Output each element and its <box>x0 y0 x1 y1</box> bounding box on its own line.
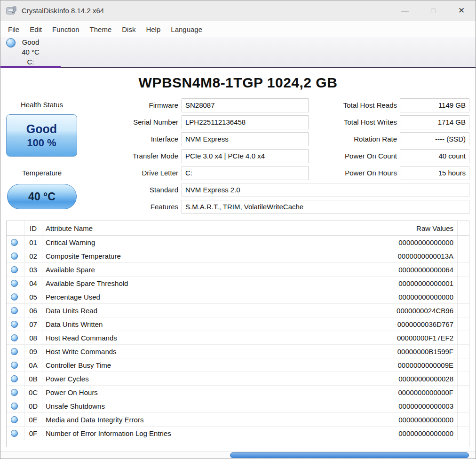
menu-item-theme[interactable]: Theme <box>85 21 117 37</box>
attr-name: Power On Hours <box>42 386 358 399</box>
attr-id: 0A <box>24 358 42 372</box>
attr-status-ok-icon <box>11 362 18 369</box>
attr-raw-value: 00000000F17EF2 <box>358 331 458 345</box>
attr-name: Controller Busy Time <box>42 358 358 372</box>
power-on-hours-field[interactable]: 15 hours <box>400 166 469 180</box>
attr-id: 05 <box>24 290 42 304</box>
attr-id: 0D <box>24 399 42 413</box>
attr-status-ok-icon <box>11 375 18 382</box>
attr-status-ok-icon <box>11 430 18 437</box>
table-row[interactable]: 08 Host Read Commands 00000000F17EF2 <box>7 331 469 345</box>
header-attribute-name: Attribute Name <box>42 221 358 236</box>
attr-name: Media and Data Integrity Errors <box>42 413 358 427</box>
stat-row-host-writes: Total Host Writes 1714 GB <box>0 115 476 129</box>
attr-status-ok-icon <box>11 348 18 355</box>
attr-status-ok-icon <box>11 403 18 410</box>
attr-name: Data Units Read <box>42 304 358 317</box>
header-status-cell <box>7 221 24 236</box>
attr-status-ok-icon <box>11 293 18 301</box>
attr-name: Available Spare <box>42 263 358 277</box>
attr-name: Available Spare Threshold <box>42 277 358 290</box>
maximize-button[interactable]: □ <box>419 0 447 21</box>
horizontal-scrollbar[interactable] <box>0 451 476 459</box>
attr-raw-value: 00000000000028 <box>358 372 458 386</box>
attr-raw-value: 00000000B1599F <box>358 345 458 358</box>
attr-status-ok-icon <box>11 253 18 260</box>
drive-tab-c[interactable]: Good 40 °C C: <box>0 37 61 67</box>
stat-row-power-on-hours: Power On Hours 15 hours <box>0 166 476 180</box>
attr-status-ok-icon <box>11 307 18 314</box>
attr-name: Host Write Commands <box>42 345 358 358</box>
table-row[interactable]: 09 Host Write Commands 00000000B1599F <box>7 345 469 358</box>
table-row[interactable]: 02 Composite Temperature 0000000000013A <box>7 249 469 263</box>
standard-label: Standard <box>0 183 178 197</box>
attr-raw-value: 00000000000000 <box>358 413 458 427</box>
stat-row-host-reads: Total Host Reads 1149 GB <box>0 98 476 112</box>
attr-raw-value: 00000000000064 <box>358 263 458 277</box>
info-row-features: Features S.M.A.R.T., TRIM, VolatileWrite… <box>0 200 476 214</box>
attr-id: 0B <box>24 372 42 386</box>
attr-id: 0E <box>24 413 42 427</box>
header-id: ID <box>24 221 42 236</box>
table-row[interactable]: 0D Unsafe Shutdowns 00000000000003 <box>7 399 469 413</box>
attr-id: 03 <box>24 263 42 277</box>
menu-item-edit[interactable]: Edit <box>24 21 47 37</box>
app-icon <box>6 6 17 16</box>
menu-item-language[interactable]: Language <box>166 21 207 37</box>
table-header-row: ID Attribute Name Raw Values <box>7 221 469 236</box>
drive-tab-temperature: 40 °C <box>0 48 61 56</box>
table-row[interactable]: 04 Available Spare Threshold 00000000000… <box>7 277 469 290</box>
title-bar: CrystalDiskInfo 8.14.2 x64 — □ ✕ <box>0 0 476 21</box>
attr-status-ok-icon <box>11 280 18 287</box>
menu-item-file[interactable]: File <box>3 21 24 37</box>
attr-status-ok-icon <box>11 389 18 396</box>
drive-model-title: WPBSN4M8-1TGP 1024,2 GB <box>0 75 476 91</box>
table-row[interactable]: 0A Controller Busy Time 0000000000009E <box>7 358 469 372</box>
rotation-rate-field[interactable]: ---- (SSD) <box>400 132 469 146</box>
attr-id: 09 <box>24 345 42 358</box>
attr-raw-value: 00000000000000 <box>358 290 458 304</box>
menu-item-function[interactable]: Function <box>47 21 85 37</box>
minimize-button[interactable]: — <box>391 0 419 21</box>
attr-name: Number of Error Information Log Entries <box>42 427 358 440</box>
table-row[interactable]: 01 Critical Warning 00000000000000 <box>7 236 469 249</box>
attr-raw-value: 0000000000013A <box>358 249 458 263</box>
attr-status-ok-icon <box>11 266 18 273</box>
header-raw-values: Raw Values <box>358 221 458 236</box>
attr-id: 02 <box>24 249 42 263</box>
power-on-count-field[interactable]: 40 count <box>400 149 469 163</box>
drive-tab-letter: C: <box>0 58 61 66</box>
table-row[interactable]: 07 Data Units Written 0000000036D767 <box>7 317 469 331</box>
features-field[interactable]: S.M.A.R.T., TRIM, VolatileWriteCache <box>182 200 469 214</box>
stat-row-power-on-count: Power On Count 40 count <box>0 149 476 163</box>
horizontal-scrollbar-thumb[interactable] <box>230 452 469 458</box>
total-host-reads-label: Total Host Reads <box>301 98 397 112</box>
attr-raw-value: 00000000000001 <box>358 277 458 290</box>
close-button[interactable]: ✕ <box>447 0 476 21</box>
table-row[interactable]: 05 Percentage Used 00000000000000 <box>7 290 469 304</box>
menu-item-help[interactable]: Help <box>141 21 166 37</box>
attr-status-ok-icon <box>11 334 18 341</box>
table-row[interactable]: 0B Power Cycles 00000000000028 <box>7 372 469 386</box>
attr-name: Host Read Commands <box>42 331 358 345</box>
total-host-writes-label: Total Host Writes <box>301 115 397 129</box>
smart-attribute-table: ID Attribute Name Raw Values 01 Critical… <box>6 221 469 447</box>
table-row[interactable]: 03 Available Spare 00000000000064 <box>7 263 469 277</box>
total-host-writes-field[interactable]: 1714 GB <box>400 115 469 129</box>
attr-id: 06 <box>24 304 42 317</box>
attr-raw-value: 0000000000009E <box>358 358 458 372</box>
app-window: CrystalDiskInfo 8.14.2 x64 — □ ✕ File Ed… <box>0 0 476 459</box>
attr-raw-value: 0000000036D767 <box>358 317 458 331</box>
attr-status-ok-icon <box>11 416 18 423</box>
table-row[interactable]: 0E Media and Data Integrity Errors 00000… <box>7 413 469 427</box>
attr-name: Unsafe Shutdowns <box>42 399 358 413</box>
attr-raw-value: 00000000000003 <box>358 399 458 413</box>
standard-field[interactable]: NVM Express 2.0 <box>182 183 469 197</box>
attr-name: Power Cycles <box>42 372 358 386</box>
menu-item-disk[interactable]: Disk <box>117 21 141 37</box>
table-row[interactable]: 0F Number of Error Information Log Entri… <box>7 427 469 440</box>
table-row[interactable]: 06 Data Units Read 0000000024CB96 <box>7 304 469 317</box>
attr-id: 08 <box>24 331 42 345</box>
total-host-reads-field[interactable]: 1149 GB <box>400 98 469 112</box>
table-row[interactable]: 0C Power On Hours 0000000000000F <box>7 386 469 399</box>
